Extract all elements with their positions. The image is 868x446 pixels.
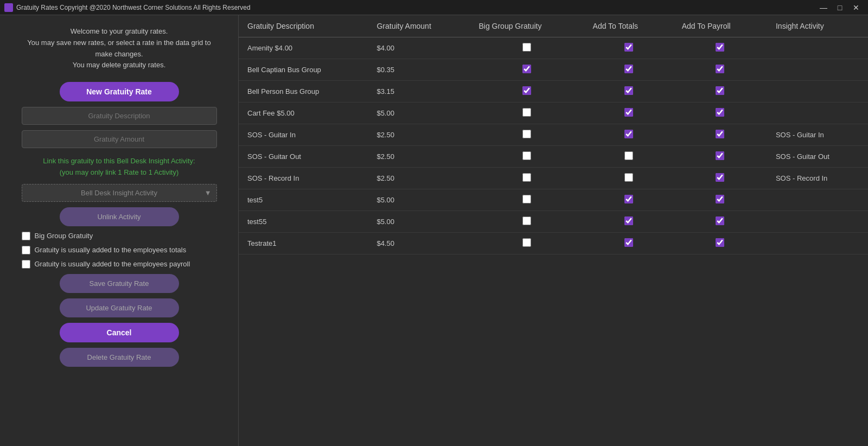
- cell-big-group: [470, 211, 584, 233]
- table-row[interactable]: Bell Person Bus Group$3.15: [239, 81, 868, 103]
- checkbox-add-totals-row-2[interactable]: [624, 86, 633, 95]
- cell-amount: $2.50: [368, 146, 470, 168]
- cell-add-payroll: [673, 103, 767, 124]
- table-row[interactable]: Testrate1$4.50: [239, 233, 868, 254]
- cell-add-payroll: [673, 37, 767, 59]
- table-row[interactable]: Cart Fee $5.00$5.00: [239, 103, 868, 124]
- checkbox-add-totals-row-6[interactable]: [624, 173, 633, 182]
- checkbox-add-payroll-row-8[interactable]: [716, 216, 724, 225]
- cell-description: Amenity $4.00: [239, 37, 368, 59]
- table-row[interactable]: Bell Captian Bus Group$0.35: [239, 59, 868, 81]
- checkbox-add-payroll-row-3[interactable]: [716, 108, 724, 117]
- big-group-checkbox[interactable]: [22, 232, 30, 240]
- cell-description: Bell Captian Bus Group: [239, 59, 368, 81]
- cell-add-payroll: [673, 168, 767, 189]
- checkbox-add-totals-row-4[interactable]: [624, 130, 633, 138]
- new-gratuity-button[interactable]: New Gratuity Rate: [60, 82, 179, 101]
- table-row[interactable]: test5$5.00: [239, 189, 868, 211]
- add-payroll-row: Gratuity is usually added to the employe…: [22, 260, 217, 269]
- maximize-button[interactable]: □: [832, 2, 847, 14]
- cell-add-totals: [584, 189, 673, 211]
- cell-description: SOS - Guitar Out: [239, 146, 368, 168]
- cell-amount: $0.35: [368, 59, 470, 81]
- checkbox-big-group-row-7[interactable]: [522, 195, 531, 203]
- insight-activity-dropdown-container: Bell Desk Insight Activity ▼: [22, 184, 217, 202]
- cell-big-group: [470, 146, 584, 168]
- add-payroll-label: Gratuity is usually added to the employe…: [35, 260, 190, 268]
- add-totals-label: Gratuity is usually added to the employe…: [35, 246, 187, 254]
- checkbox-add-payroll-row-9[interactable]: [716, 238, 724, 247]
- col-insight: Insight Activity: [767, 15, 868, 37]
- checkbox-big-group-row-2[interactable]: [522, 86, 531, 95]
- welcome-line1: Welcome to your gratuity rates.: [27, 26, 210, 37]
- update-gratuity-button[interactable]: Update Gratuity Rate: [60, 298, 179, 317]
- table-row[interactable]: Amenity $4.00$4.00: [239, 37, 868, 59]
- checkbox-big-group-row-5[interactable]: [522, 151, 531, 160]
- checkbox-add-totals-row-5[interactable]: [624, 151, 633, 160]
- cell-description: SOS - Guitar In: [239, 124, 368, 146]
- col-description: Gratuity Description: [239, 15, 368, 37]
- checkbox-big-group-row-8[interactable]: [522, 216, 531, 225]
- add-totals-checkbox[interactable]: [22, 246, 30, 254]
- cell-insight: [767, 211, 868, 233]
- close-button[interactable]: ✕: [848, 2, 864, 14]
- checkbox-add-totals-row-3[interactable]: [624, 108, 633, 117]
- checkbox-add-payroll-row-1[interactable]: [716, 65, 724, 73]
- checkbox-add-payroll-row-5[interactable]: [716, 151, 724, 160]
- checkbox-big-group-row-3[interactable]: [522, 108, 531, 117]
- cell-description: Cart Fee $5.00: [239, 103, 368, 124]
- title-bar: Gratuity Rates Copyright @2020 Northwest…: [0, 0, 868, 15]
- col-amount: Gratuity Amount: [368, 15, 470, 37]
- table-header-row: Gratuity Description Gratuity Amount Big…: [239, 15, 868, 37]
- cell-big-group: [470, 233, 584, 254]
- checkbox-big-group-row-6[interactable]: [522, 173, 531, 182]
- checkbox-big-group-row-0[interactable]: [522, 43, 531, 52]
- cell-add-totals: [584, 59, 673, 81]
- gratuity-amount-input[interactable]: [22, 130, 217, 148]
- main-layout: Welcome to your gratuity rates. You may …: [0, 15, 868, 446]
- cell-amount: $3.15: [368, 81, 470, 103]
- checkbox-add-totals-row-0[interactable]: [624, 43, 633, 52]
- cell-add-payroll: [673, 124, 767, 146]
- cell-description: Testrate1: [239, 233, 368, 254]
- minimize-button[interactable]: —: [816, 2, 831, 14]
- checkbox-add-payroll-row-6[interactable]: [716, 173, 724, 182]
- cell-add-payroll: [673, 233, 767, 254]
- cell-add-payroll: [673, 59, 767, 81]
- window-controls: — □ ✕: [816, 2, 864, 14]
- cell-add-payroll: [673, 211, 767, 233]
- insight-activity-dropdown[interactable]: Bell Desk Insight Activity: [22, 184, 217, 202]
- checkbox-add-payroll-row-0[interactable]: [716, 43, 724, 52]
- checkbox-big-group-row-1[interactable]: [522, 65, 531, 73]
- table-row[interactable]: test55$5.00: [239, 211, 868, 233]
- cell-add-payroll: [673, 189, 767, 211]
- table-row[interactable]: SOS - Guitar In$2.50SOS - Guitar In: [239, 124, 868, 146]
- cell-insight: SOS - Guitar Out: [767, 146, 868, 168]
- cell-insight: [767, 37, 868, 59]
- cell-insight: [767, 59, 868, 81]
- gratuity-description-input[interactable]: [22, 107, 217, 125]
- checkbox-big-group-row-4[interactable]: [522, 130, 531, 138]
- cell-add-totals: [584, 103, 673, 124]
- save-gratuity-button[interactable]: Save Gratuity Rate: [60, 274, 179, 293]
- unlink-activity-button[interactable]: Unlink Activity: [60, 207, 179, 226]
- title-text: Gratuity Rates Copyright @2020 Northwest…: [16, 4, 251, 11]
- checkbox-add-totals-row-7[interactable]: [624, 195, 633, 203]
- link-label: Link this gratuity to this Bell Desk Ins…: [43, 156, 195, 179]
- table-row[interactable]: SOS - Record In$2.50SOS - Record In: [239, 168, 868, 189]
- table-row[interactable]: SOS - Guitar Out$2.50SOS - Guitar Out: [239, 146, 868, 168]
- checkbox-add-payroll-row-7[interactable]: [716, 195, 724, 203]
- checkbox-add-totals-row-8[interactable]: [624, 216, 633, 225]
- delete-gratuity-button[interactable]: Delete Gratuity Rate: [60, 348, 179, 367]
- cell-add-totals: [584, 233, 673, 254]
- checkbox-add-totals-row-1[interactable]: [624, 65, 633, 73]
- cell-description: SOS - Record In: [239, 168, 368, 189]
- cancel-button[interactable]: Cancel: [60, 323, 179, 342]
- add-payroll-checkbox[interactable]: [22, 260, 30, 269]
- cell-amount: $5.00: [368, 189, 470, 211]
- col-add-payroll: Add To Payroll: [673, 15, 767, 37]
- checkbox-add-payroll-row-2[interactable]: [716, 86, 724, 95]
- checkbox-add-payroll-row-4[interactable]: [716, 130, 724, 138]
- checkbox-big-group-row-9[interactable]: [522, 238, 531, 247]
- checkbox-add-totals-row-9[interactable]: [624, 238, 633, 247]
